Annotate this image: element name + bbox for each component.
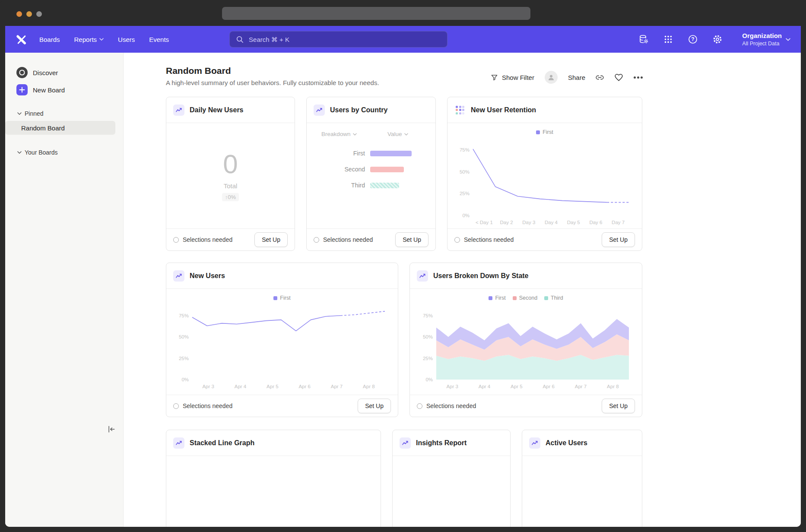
chart-legend: First (447, 128, 642, 136)
card-footer: Selections needed Set Up (307, 228, 435, 250)
sidebar-item-label: Discover (33, 69, 58, 76)
country-bar (370, 183, 399, 188)
sidebar-collapse-icon[interactable] (107, 425, 116, 434)
svg-text:Apr 5: Apr 5 (267, 384, 279, 389)
top-navigation: Boards Reports Users Events ? (5, 26, 801, 53)
apps-grid-icon[interactable] (663, 34, 673, 44)
svg-text:75%: 75% (460, 147, 470, 152)
radio-circle-icon (314, 237, 319, 243)
svg-text:< Day 1: < Day 1 (476, 220, 493, 225)
legend-item: Third (544, 295, 563, 301)
section-label: Your Boards (25, 149, 58, 156)
more-menu-icon[interactable] (634, 76, 643, 79)
svg-text:25%: 25% (460, 191, 470, 196)
search-input[interactable] (248, 35, 441, 44)
board-header: Random Board A high-level summary of use… (166, 66, 643, 86)
show-filter-button[interactable]: Show Filter (491, 74, 534, 81)
mixpanel-logo-icon[interactable] (16, 34, 27, 45)
selections-needed: Selections needed (314, 236, 373, 243)
country-row: First (321, 150, 424, 157)
data-management-icon[interactable] (638, 34, 649, 44)
legend-item: First (536, 129, 553, 135)
card-title: Insights Report (416, 439, 466, 447)
card-header: Insights Report (393, 430, 510, 456)
nav-item-reports[interactable]: Reports (74, 36, 104, 43)
card-body (522, 456, 642, 527)
global-search[interactable] (229, 31, 447, 48)
card-title: New User Retention (471, 106, 536, 114)
svg-text:Apr 7: Apr 7 (574, 384, 587, 389)
card-title: Stacked Line Graph (190, 439, 254, 447)
breakdown-dropdown[interactable]: Breakdown (321, 131, 357, 137)
share-button[interactable]: Share (568, 74, 585, 81)
set-up-button[interactable]: Set Up (254, 232, 288, 247)
funnel-icon (491, 74, 498, 81)
metric-value: 0 (223, 151, 238, 177)
radio-circle-icon (173, 237, 179, 243)
sidebar-item-discover[interactable]: Discover (5, 64, 123, 81)
set-up-button[interactable]: Set Up (358, 399, 391, 413)
section-label: Pinned (25, 110, 44, 117)
column-headers: Breakdown Value (321, 131, 424, 139)
selections-needed-label: Selections needed (183, 236, 232, 243)
favorite-heart-icon[interactable] (614, 73, 623, 82)
plus-square-icon (16, 84, 28, 95)
sidebar-section-your-boards[interactable]: Your Boards (5, 145, 123, 160)
sidebar-item-random-board[interactable]: Random Board (5, 121, 115, 135)
card-active-users: Active Users (522, 430, 642, 527)
svg-text:0%: 0% (462, 213, 470, 218)
page-title: Random Board (166, 66, 379, 76)
show-filter-label: Show Filter (502, 74, 534, 81)
legend-item: Second (513, 295, 537, 301)
window-zoom-button[interactable] (36, 11, 42, 17)
nav-item-users[interactable]: Users (118, 36, 135, 43)
legend-swatch (513, 296, 517, 300)
svg-text:Apr 3: Apr 3 (202, 384, 214, 389)
card-title: New Users (190, 272, 225, 280)
address-bar[interactable] (222, 7, 530, 20)
line-chart-icon (400, 437, 411, 449)
sidebar-item-new-board[interactable]: New Board (5, 81, 123, 98)
line-chart-icon (173, 270, 184, 282)
set-up-button[interactable]: Set Up (602, 232, 635, 247)
nav-item-events[interactable]: Events (149, 36, 169, 43)
cards-row-3: Stacked Line Graph Insights Report (166, 430, 643, 527)
legend-swatch (544, 296, 548, 300)
metric-label: Total (224, 182, 238, 190)
card-footer: Selections needed Set Up (447, 228, 642, 250)
country-row-label: First (321, 150, 365, 157)
org-switcher[interactable]: Organization All Project Data (742, 32, 790, 47)
set-up-button[interactable]: Set Up (395, 232, 428, 247)
cards-row-2: New Users First 75%50%25%0%Apr 3Apr 4Apr… (166, 263, 643, 417)
avatar[interactable] (545, 71, 558, 84)
sidebar-section-pinned[interactable]: Pinned (5, 106, 123, 121)
country-bars: FirstSecondThird (321, 150, 424, 189)
window-minimize-button[interactable] (26, 11, 32, 17)
legend-item: First (273, 295, 290, 301)
legend-item: First (489, 295, 505, 301)
board-item-label: Random Board (21, 124, 65, 132)
chevron-down-icon (786, 38, 790, 41)
settings-gear-icon[interactable] (712, 34, 723, 44)
card-title: Active Users (546, 439, 587, 447)
copy-link-icon[interactable] (596, 73, 604, 82)
board-title-block: Random Board A high-level summary of use… (166, 66, 379, 86)
set-up-button[interactable]: Set Up (602, 399, 635, 413)
board-toolbar: Show Filter Share (491, 71, 643, 84)
window-titlebar (0, 0, 806, 26)
svg-text:Day 3: Day 3 (522, 220, 535, 225)
card-header: New User Retention (447, 97, 642, 123)
window-close-button[interactable] (16, 11, 22, 17)
card-title: Users Broken Down By State (433, 272, 529, 280)
svg-text:50%: 50% (460, 169, 470, 174)
svg-text:Apr 6: Apr 6 (543, 384, 555, 389)
search-icon (236, 35, 244, 43)
chevron-down-icon (353, 133, 357, 136)
chevron-down-icon (404, 133, 408, 136)
chevron-down-icon (17, 112, 22, 115)
value-dropdown[interactable]: Value (387, 131, 408, 137)
line-chart-icon (173, 104, 184, 116)
nav-item-boards[interactable]: Boards (39, 36, 60, 43)
card-stacked-line-graph: Stacked Line Graph (166, 430, 381, 527)
help-icon[interactable]: ? (688, 34, 698, 44)
